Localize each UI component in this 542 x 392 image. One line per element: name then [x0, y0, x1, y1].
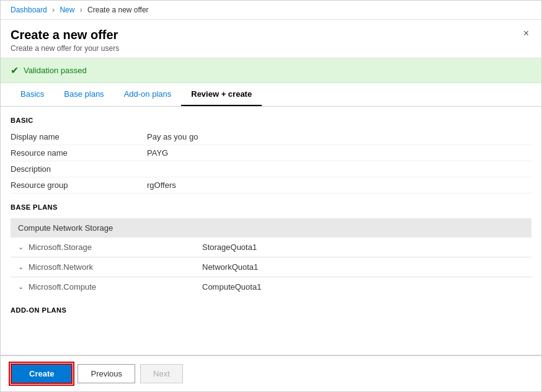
footer-bar: Create Previous Next	[1, 355, 541, 391]
panel-header: Create a new offer Create a new offer fo…	[1, 20, 541, 58]
breadcrumb-dashboard[interactable]: Dashboard	[11, 6, 47, 14]
tab-base-plans[interactable]: Base plans	[54, 83, 113, 106]
breadcrumb-sep-2: ›	[80, 6, 82, 14]
addon-plans-section-header: ADD-ON PLANS	[11, 306, 531, 314]
field-resource-group-label: Resource group	[11, 180, 147, 190]
field-resource-name-label: Resource name	[11, 148, 147, 158]
field-display-name-label: Display name	[11, 132, 147, 141]
field-display-name: Display name Pay as you go	[11, 129, 531, 145]
field-resource-group-value: rgOffers	[147, 180, 176, 190]
content-area: BASIC Display name Pay as you go Resourc…	[1, 107, 541, 355]
base-plans-section: Compute Network Storage ⌄ Microsoft.Stor…	[11, 218, 531, 296]
plan-compute-name: Microsoft.Compute	[29, 282, 202, 292]
plan-item-storage: ⌄ Microsoft.Storage StorageQuota1	[11, 238, 531, 257]
plan-storage-name: Microsoft.Storage	[29, 243, 202, 252]
page-container: Dashboard › New › Create a new offer Cre…	[0, 0, 542, 392]
tab-review-create[interactable]: Review + create	[181, 83, 262, 106]
field-resource-group: Resource group rgOffers	[11, 177, 531, 194]
previous-button[interactable]: Previous	[78, 364, 135, 383]
base-plans-section-header: BASE PLANS	[11, 203, 531, 211]
plan-compute-quota: ComputeQuota1	[202, 282, 261, 292]
field-description: Description	[11, 161, 531, 177]
field-display-name-value: Pay as you go	[147, 132, 198, 141]
field-description-label: Description	[11, 164, 147, 174]
panel-title: Create a new offer	[11, 27, 119, 42]
tabs-bar: Basics Base plans Add-on plans Review + …	[1, 83, 541, 107]
panel-title-group: Create a new offer Create a new offer fo…	[11, 27, 119, 53]
tab-addon-plans[interactable]: Add-on plans	[114, 83, 182, 106]
chevron-network-icon[interactable]: ⌄	[18, 263, 24, 271]
plan-network-name: Microsoft.Network	[29, 262, 202, 272]
plan-item-compute: ⌄ Microsoft.Compute ComputeQuota1	[11, 277, 531, 296]
close-button[interactable]: ×	[521, 27, 531, 40]
create-button[interactable]: Create	[11, 363, 73, 384]
basic-section-header: BASIC	[11, 117, 531, 124]
plan-storage-quota: StorageQuota1	[202, 243, 257, 252]
chevron-storage-icon[interactable]: ⌄	[18, 243, 24, 251]
breadcrumb: Dashboard › New › Create a new offer	[1, 1, 541, 20]
plan-network-quota: NetworkQuota1	[202, 262, 258, 272]
tab-basics[interactable]: Basics	[11, 83, 54, 106]
breadcrumb-new[interactable]: New	[60, 6, 74, 14]
check-icon: ✔	[11, 65, 19, 76]
chevron-compute-icon[interactable]: ⌄	[18, 283, 24, 291]
validation-message: Validation passed	[24, 66, 87, 75]
field-resource-name: Resource name PAYG	[11, 145, 531, 161]
next-button: Next	[140, 364, 183, 383]
breadcrumb-sep-1: ›	[52, 6, 55, 14]
panel-subtitle: Create a new offer for your users	[11, 44, 119, 53]
validation-banner: ✔ Validation passed	[1, 58, 541, 83]
plan-header-row: Compute Network Storage	[11, 218, 531, 238]
breadcrumb-current: Create a new offer	[87, 6, 149, 14]
field-resource-name-value: PAYG	[147, 148, 168, 158]
plan-item-network: ⌄ Microsoft.Network NetworkQuota1	[11, 257, 531, 277]
